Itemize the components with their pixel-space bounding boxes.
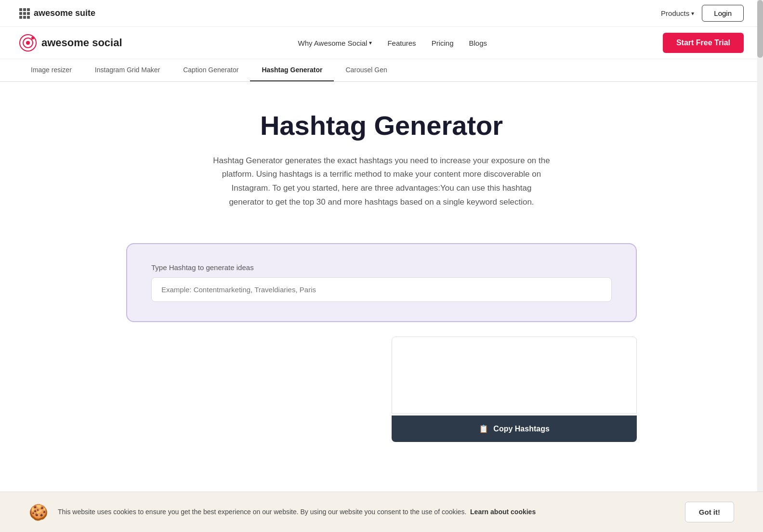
main-nav: awesome social Why Awesome Social ▾ Feat…	[0, 27, 763, 59]
tab-instagram-grid[interactable]: Instagram Grid Maker	[83, 59, 171, 81]
tab-carousel-gen[interactable]: Carousel Gen	[334, 59, 398, 81]
generator-label: Type Hashtag to generate ideas	[151, 263, 612, 272]
copy-hashtags-button[interactable]: 📋 Copy Hashtags	[392, 415, 637, 442]
products-button[interactable]: Products ▾	[661, 9, 694, 17]
brand-logo: awesome social	[19, 34, 122, 52]
tool-tabs: Image resizer Instagram Grid Maker Capti…	[0, 59, 763, 82]
hero-section: Hashtag Generator Hashtag Generator gene…	[165, 82, 598, 229]
grid-icon	[19, 8, 30, 19]
results-panel: 📋 Copy Hashtags	[392, 337, 637, 442]
tab-hashtag-generator[interactable]: Hashtag Generator	[250, 59, 334, 81]
nav-pricing[interactable]: Pricing	[432, 39, 454, 47]
start-trial-button[interactable]: Start Free Trial	[663, 33, 744, 53]
brand-name: awesome social	[41, 37, 122, 49]
scrollbar[interactable]	[757, 0, 763, 461]
top-bar-right: Products ▾ Login	[661, 5, 744, 22]
chevron-down-icon: ▾	[369, 39, 372, 46]
copy-icon: 📋	[479, 424, 488, 433]
scrollbar-thumb	[757, 0, 763, 58]
svg-point-2	[26, 41, 30, 45]
hashtag-input[interactable]	[151, 277, 612, 302]
page-title: Hashtag Generator	[184, 111, 579, 141]
login-button[interactable]: Login	[702, 5, 744, 22]
suite-name: awesome suite	[34, 8, 95, 18]
hero-description: Hashtag Generator generates the exact ha…	[213, 154, 550, 210]
nav-links: Why Awesome Social ▾ Features Pricing Bl…	[298, 39, 487, 47]
nav-blogs[interactable]: Blogs	[469, 39, 487, 47]
nav-features[interactable]: Features	[387, 39, 416, 47]
brand-icon	[19, 34, 37, 52]
results-area: 📋 Copy Hashtags	[126, 337, 637, 442]
generator-box: Type Hashtag to generate ideas	[126, 243, 637, 322]
tab-image-resizer[interactable]: Image resizer	[19, 59, 83, 81]
suite-logo: awesome suite	[19, 8, 95, 19]
chevron-down-icon: ▾	[691, 10, 694, 17]
svg-point-3	[31, 37, 34, 39]
tab-caption-generator[interactable]: Caption Generator	[171, 59, 250, 81]
top-bar: awesome suite Products ▾ Login	[0, 0, 763, 27]
results-textarea[interactable]	[392, 337, 637, 414]
nav-why[interactable]: Why Awesome Social ▾	[298, 39, 372, 47]
